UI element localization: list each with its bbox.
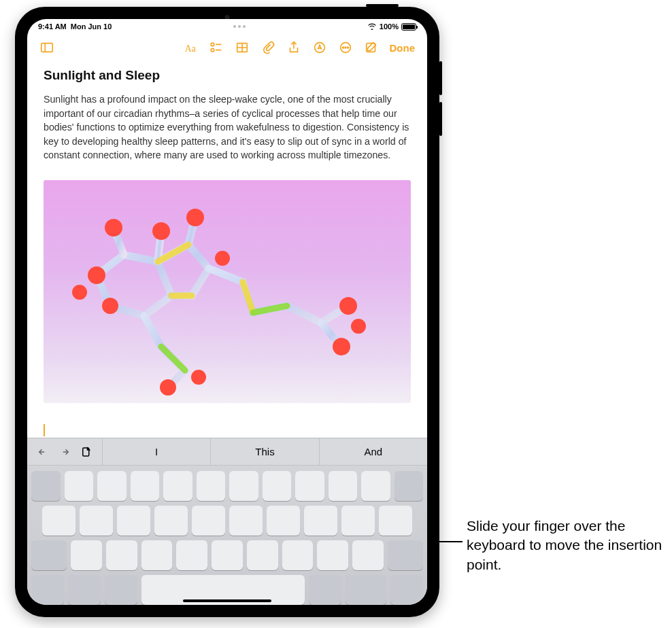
svg-point-14 [347, 47, 348, 48]
svg-point-21 [102, 298, 118, 314]
return-key[interactable] [346, 575, 386, 605]
note-image-molecule[interactable] [44, 180, 411, 403]
key[interactable] [263, 471, 292, 501]
home-indicator[interactable] [183, 599, 271, 602]
key[interactable] [131, 471, 160, 501]
shift-key[interactable] [31, 540, 67, 570]
key[interactable] [192, 506, 225, 536]
power-button [366, 4, 399, 7]
key[interactable] [267, 506, 300, 536]
svg-point-20 [72, 285, 87, 300]
key[interactable] [379, 506, 412, 536]
callout-leader-line [435, 541, 463, 542]
mic-key[interactable] [105, 575, 137, 605]
volume-up-button [439, 61, 442, 95]
note-paragraph: Sunlight has a profound impact on the sl… [44, 92, 411, 162]
key[interactable] [176, 540, 207, 570]
svg-rect-0 [41, 43, 53, 52]
more-icon[interactable] [334, 36, 357, 59]
note-title: Sunlight and Sleep [44, 68, 411, 83]
key[interactable] [341, 506, 375, 536]
svg-point-16 [105, 219, 122, 237]
note-body[interactable]: Sunlight and Sleep Sunlight has a profou… [27, 61, 427, 171]
dismiss-keyboard-key[interactable] [390, 575, 423, 605]
screen: 9:41 AM Mon Jun 10 100% [27, 19, 427, 605]
punctuation-key[interactable] [309, 575, 341, 605]
svg-point-26 [191, 370, 206, 385]
svg-text:Aa: Aa [184, 43, 195, 54]
compose-icon[interactable] [360, 36, 383, 59]
onscreen-keyboard[interactable]: I This And [27, 438, 427, 605]
key[interactable] [229, 471, 258, 501]
key[interactable] [329, 471, 358, 501]
key[interactable] [141, 540, 173, 570]
key[interactable] [229, 506, 263, 536]
key[interactable] [282, 540, 314, 570]
callout-leader-line [435, 451, 437, 568]
svg-point-12 [342, 47, 343, 48]
svg-point-19 [88, 266, 105, 284]
battery-percent: 100% [380, 22, 399, 31]
volume-down-button [439, 102, 442, 136]
notes-toolbar: Aa [27, 34, 427, 61]
svg-point-13 [345, 47, 346, 48]
undo-icon[interactable] [37, 446, 49, 458]
svg-point-22 [339, 297, 357, 315]
svg-point-5 [211, 48, 214, 52]
key[interactable] [304, 506, 337, 536]
table-icon[interactable] [231, 36, 254, 59]
numbers-key[interactable] [31, 575, 64, 605]
svg-point-18 [186, 209, 204, 226]
key[interactable] [317, 540, 348, 570]
multitask-dots-icon[interactable] [233, 25, 246, 28]
attachment-icon[interactable] [256, 36, 280, 59]
wifi-icon [367, 23, 377, 30]
key[interactable] [106, 540, 137, 570]
keyboard-suggestion[interactable]: And [319, 438, 427, 465]
keyboard-suggestion-bar: I This And [27, 438, 427, 466]
keyboard-suggestion[interactable]: This [210, 438, 318, 465]
keyboard-keys[interactable] [27, 466, 427, 605]
svg-point-24 [351, 319, 366, 334]
key[interactable] [352, 540, 384, 570]
battery-icon [401, 23, 416, 31]
svg-point-17 [152, 222, 170, 240]
format-text-icon[interactable]: Aa [179, 36, 202, 59]
key[interactable] [247, 540, 278, 570]
status-bar: 9:41 AM Mon Jun 10 100% [27, 19, 427, 34]
svg-point-23 [333, 338, 350, 355]
done-button[interactable]: Done [386, 42, 420, 54]
key[interactable] [71, 540, 102, 570]
key[interactable] [197, 471, 226, 501]
key[interactable] [361, 471, 390, 501]
status-time: 9:41 AM [38, 22, 67, 31]
svg-point-3 [211, 43, 214, 46]
svg-point-27 [215, 251, 230, 266]
redo-icon[interactable] [58, 446, 71, 458]
backspace-key[interactable] [388, 540, 423, 570]
share-icon[interactable] [282, 36, 305, 59]
key[interactable] [80, 506, 113, 536]
key[interactable] [117, 506, 150, 536]
svg-point-25 [160, 379, 176, 396]
key[interactable] [31, 471, 61, 501]
key[interactable] [295, 471, 324, 501]
key[interactable] [97, 471, 127, 501]
key[interactable] [65, 471, 94, 501]
text-cursor [44, 424, 45, 436]
checklist-icon[interactable] [205, 36, 228, 59]
scan-text-icon[interactable] [80, 446, 93, 458]
callout-text: Slide your finger over the keyboard to m… [467, 517, 664, 574]
ipad-frame: 9:41 AM Mon Jun 10 100% [15, 7, 439, 617]
sidebar-toggle-icon[interactable] [35, 36, 58, 59]
key[interactable] [163, 471, 192, 501]
key[interactable] [42, 506, 75, 536]
emoji-key[interactable] [68, 575, 101, 605]
key[interactable] [212, 540, 243, 570]
key[interactable] [394, 471, 424, 501]
markup-icon[interactable] [308, 36, 331, 59]
keyboard-suggestion[interactable]: I [102, 438, 210, 465]
key[interactable] [154, 506, 188, 536]
status-date: Mon Jun 10 [71, 22, 112, 31]
